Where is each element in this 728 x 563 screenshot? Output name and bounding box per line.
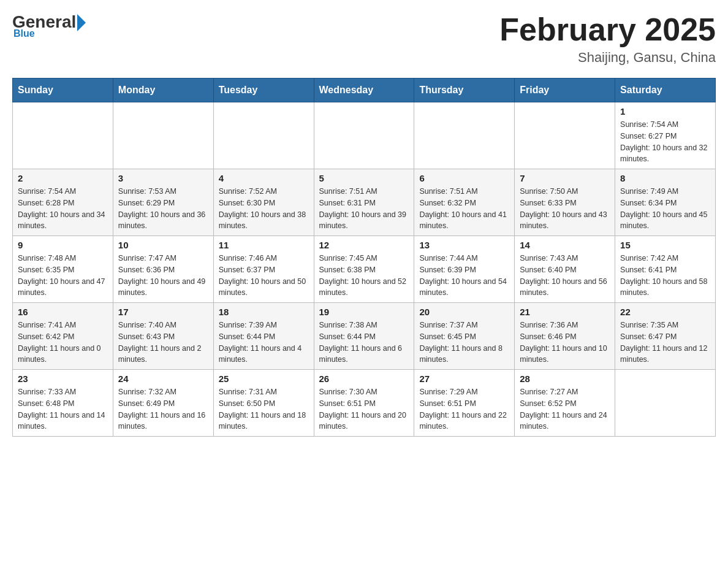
day-number: 28 [520, 373, 610, 384]
day-info: Sunrise: 7:51 AMSunset: 6:31 PMDaylight:… [319, 186, 409, 232]
calendar-week-2: 2Sunrise: 7:54 AMSunset: 6:28 PMDaylight… [13, 169, 716, 236]
table-row: 7Sunrise: 7:50 AMSunset: 6:33 PMDaylight… [515, 169, 615, 236]
sunrise-text: Sunrise: 7:35 AM [620, 320, 710, 331]
day-info: Sunrise: 7:54 AMSunset: 6:28 PMDaylight:… [18, 186, 108, 232]
table-row: 3Sunrise: 7:53 AMSunset: 6:29 PMDaylight… [113, 169, 213, 236]
day-number: 3 [118, 173, 208, 183]
daylight-text: Daylight: 11 hours and 14 minutes. [18, 410, 108, 433]
sunrise-text: Sunrise: 7:38 AM [319, 320, 409, 331]
day-number: 12 [319, 240, 409, 250]
day-info: Sunrise: 7:38 AMSunset: 6:44 PMDaylight:… [319, 320, 409, 366]
sunrise-text: Sunrise: 7:48 AM [18, 253, 108, 264]
sunset-text: Sunset: 6:46 PM [520, 331, 610, 343]
daylight-text: Daylight: 11 hours and 20 minutes. [319, 410, 409, 433]
table-row [213, 102, 314, 169]
sunset-text: Sunset: 6:51 PM [319, 398, 409, 410]
day-number: 25 [219, 373, 309, 384]
day-number: 8 [620, 173, 710, 183]
sunset-text: Sunset: 6:28 PM [18, 197, 108, 209]
daylight-text: Daylight: 10 hours and 39 minutes. [319, 209, 409, 232]
sunrise-text: Sunrise: 7:43 AM [520, 253, 610, 264]
calendar-week-5: 23Sunrise: 7:33 AMSunset: 6:48 PMDayligh… [13, 370, 716, 437]
sunrise-text: Sunrise: 7:32 AM [118, 386, 208, 398]
sunrise-text: Sunrise: 7:54 AM [620, 119, 710, 131]
sunset-text: Sunset: 6:47 PM [620, 331, 710, 343]
daylight-text: Daylight: 10 hours and 36 minutes. [118, 209, 208, 232]
day-info: Sunrise: 7:39 AMSunset: 6:44 PMDaylight:… [219, 320, 309, 366]
daylight-text: Daylight: 11 hours and 18 minutes. [219, 410, 309, 433]
day-info: Sunrise: 7:44 AMSunset: 6:39 PMDaylight:… [419, 253, 509, 299]
daylight-text: Daylight: 10 hours and 50 minutes. [219, 276, 309, 299]
table-row [515, 102, 615, 169]
sunset-text: Sunset: 6:42 PM [18, 331, 108, 343]
daylight-text: Daylight: 11 hours and 6 minutes. [319, 343, 409, 366]
daylight-text: Daylight: 10 hours and 43 minutes. [520, 209, 610, 232]
sunset-text: Sunset: 6:40 PM [520, 264, 610, 276]
day-number: 2 [18, 173, 108, 183]
table-row: 22Sunrise: 7:35 AMSunset: 6:47 PMDayligh… [615, 303, 716, 370]
calendar-week-1: 1Sunrise: 7:54 AMSunset: 6:27 PMDaylight… [13, 102, 716, 169]
day-info: Sunrise: 7:29 AMSunset: 6:51 PMDaylight:… [419, 386, 509, 432]
sunrise-text: Sunrise: 7:31 AM [219, 386, 309, 398]
day-info: Sunrise: 7:48 AMSunset: 6:35 PMDaylight:… [18, 253, 108, 299]
daylight-text: Daylight: 11 hours and 16 minutes. [118, 410, 208, 433]
sunrise-text: Sunrise: 7:33 AM [18, 386, 108, 398]
daylight-text: Daylight: 11 hours and 12 minutes. [620, 343, 710, 366]
day-number: 24 [118, 373, 208, 384]
table-row: 18Sunrise: 7:39 AMSunset: 6:44 PMDayligh… [213, 303, 314, 370]
sunrise-text: Sunrise: 7:30 AM [319, 386, 409, 398]
sunrise-text: Sunrise: 7:42 AM [620, 253, 710, 264]
daylight-text: Daylight: 11 hours and 2 minutes. [118, 343, 208, 366]
daylight-text: Daylight: 10 hours and 47 minutes. [18, 276, 108, 299]
header-wednesday: Wednesday [314, 79, 414, 102]
sunrise-text: Sunrise: 7:29 AM [419, 386, 509, 398]
table-row: 8Sunrise: 7:49 AMSunset: 6:34 PMDaylight… [615, 169, 716, 236]
sunset-text: Sunset: 6:33 PM [520, 197, 610, 209]
daylight-text: Daylight: 11 hours and 4 minutes. [219, 343, 309, 366]
daylight-text: Daylight: 10 hours and 54 minutes. [419, 276, 509, 299]
sunrise-text: Sunrise: 7:40 AM [118, 320, 208, 331]
daylight-text: Daylight: 10 hours and 34 minutes. [18, 209, 108, 232]
day-info: Sunrise: 7:50 AMSunset: 6:33 PMDaylight:… [520, 186, 610, 232]
day-info: Sunrise: 7:45 AMSunset: 6:38 PMDaylight:… [319, 253, 409, 299]
sunrise-text: Sunrise: 7:41 AM [18, 320, 108, 331]
day-info: Sunrise: 7:36 AMSunset: 6:46 PMDaylight:… [520, 320, 610, 366]
day-info: Sunrise: 7:46 AMSunset: 6:37 PMDaylight:… [219, 253, 309, 299]
sunset-text: Sunset: 6:41 PM [620, 264, 710, 276]
daylight-text: Daylight: 10 hours and 38 minutes. [219, 209, 309, 232]
table-row: 20Sunrise: 7:37 AMSunset: 6:45 PMDayligh… [414, 303, 515, 370]
header-tuesday: Tuesday [213, 79, 314, 102]
sunrise-text: Sunrise: 7:51 AM [319, 186, 409, 197]
day-number: 13 [419, 240, 509, 250]
table-row [113, 102, 213, 169]
table-row [615, 370, 716, 437]
sunrise-text: Sunrise: 7:47 AM [118, 253, 208, 264]
table-row: 26Sunrise: 7:30 AMSunset: 6:51 PMDayligh… [314, 370, 414, 437]
sunset-text: Sunset: 6:36 PM [118, 264, 208, 276]
day-number: 27 [419, 373, 509, 384]
day-info: Sunrise: 7:31 AMSunset: 6:50 PMDaylight:… [219, 386, 309, 432]
day-info: Sunrise: 7:30 AMSunset: 6:51 PMDaylight:… [319, 386, 409, 432]
calendar-table: Sunday Monday Tuesday Wednesday Thursday… [12, 78, 716, 437]
sunrise-text: Sunrise: 7:53 AM [118, 186, 208, 197]
day-number: 15 [620, 240, 710, 250]
logo-blue-text: Blue [13, 28, 35, 39]
sunset-text: Sunset: 6:29 PM [118, 197, 208, 209]
sunrise-text: Sunrise: 7:44 AM [419, 253, 509, 264]
daylight-text: Daylight: 10 hours and 49 minutes. [118, 276, 208, 299]
daylight-text: Daylight: 11 hours and 24 minutes. [520, 410, 610, 433]
sunset-text: Sunset: 6:45 PM [419, 331, 509, 343]
header-thursday: Thursday [414, 79, 515, 102]
sunrise-text: Sunrise: 7:36 AM [520, 320, 610, 331]
sunrise-text: Sunrise: 7:46 AM [219, 253, 309, 264]
calendar-week-3: 9Sunrise: 7:48 AMSunset: 6:35 PMDaylight… [13, 236, 716, 303]
day-info: Sunrise: 7:37 AMSunset: 6:45 PMDaylight:… [419, 320, 509, 366]
day-number: 18 [219, 307, 309, 317]
day-info: Sunrise: 7:42 AMSunset: 6:41 PMDaylight:… [620, 253, 710, 299]
page-header: General Blue February 2025 Shaijing, Gan… [12, 12, 716, 66]
day-info: Sunrise: 7:53 AMSunset: 6:29 PMDaylight:… [118, 186, 208, 232]
day-number: 16 [18, 307, 108, 317]
daylight-text: Daylight: 10 hours and 56 minutes. [520, 276, 610, 299]
table-row: 19Sunrise: 7:38 AMSunset: 6:44 PMDayligh… [314, 303, 414, 370]
day-info: Sunrise: 7:40 AMSunset: 6:43 PMDaylight:… [118, 320, 208, 366]
